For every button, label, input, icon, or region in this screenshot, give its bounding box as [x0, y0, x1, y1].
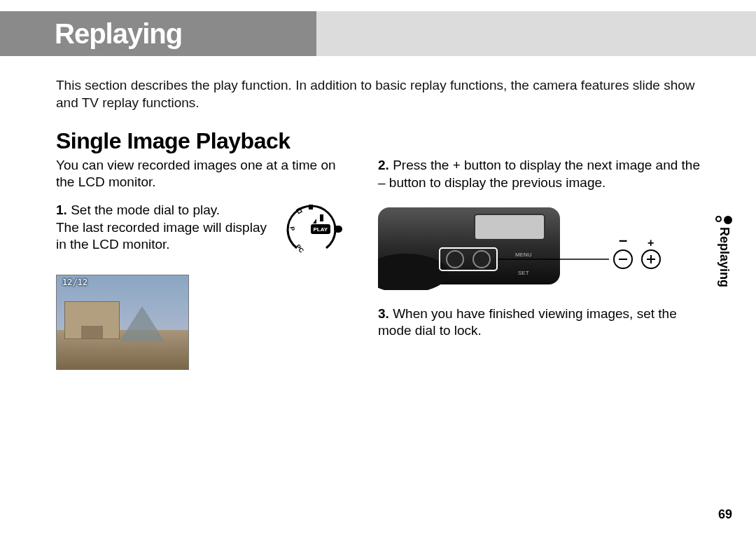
step-1-detail: The last recorded image will display in …	[56, 219, 272, 254]
intro-paragraph: This section describes the play function…	[0, 56, 756, 118]
plus-label: +	[648, 237, 654, 249]
step-1-number: 1.	[56, 202, 67, 217]
lcd-frame-counter: 12/12	[62, 277, 88, 287]
page-chapter-title: Replaying	[55, 18, 182, 50]
svg-point-11	[447, 251, 463, 268]
header-bar: Replaying	[0, 11, 756, 56]
section-sub-intro: You can view recorded images one at a ti…	[56, 157, 343, 191]
step-2: 2. Press the + button to display the nex…	[378, 157, 700, 191]
header-accent: Replaying	[0, 11, 316, 56]
side-tab-dots-icon	[710, 216, 738, 224]
step-1: 1. Set the mode dial to play. The last r…	[56, 202, 272, 254]
svg-text:PC: PC	[294, 243, 305, 254]
svg-rect-5	[320, 214, 323, 221]
page-number: 69	[718, 507, 732, 522]
svg-rect-6	[334, 226, 342, 233]
step-3: 3. When you have finished viewing images…	[378, 305, 700, 340]
step-2-text: Press the + button to display the next i…	[378, 158, 700, 190]
side-tab-label: Replaying	[717, 227, 732, 287]
step-2-number: 2.	[378, 158, 389, 172]
camera-top-illustration: MENU SET – +	[378, 202, 672, 290]
mode-dial-play-label: PLAY	[314, 226, 328, 233]
minus-label: –	[619, 231, 627, 249]
svg-text:MENU: MENU	[515, 252, 532, 258]
mode-dial-icon: PC P PLAY	[280, 202, 343, 258]
section-title: Single Image Playback	[0, 118, 756, 154]
step-3-number: 3.	[378, 306, 389, 321]
lcd-sample-photo: 12/12	[56, 275, 189, 370]
svg-rect-9	[475, 214, 545, 240]
svg-point-12	[473, 251, 490, 268]
step-1-text: Set the mode dial to play.	[71, 202, 220, 217]
svg-text:SET: SET	[518, 270, 529, 276]
step-3-text: When you have finished viewing images, s…	[378, 306, 677, 338]
svg-text:P: P	[288, 226, 296, 231]
svg-rect-0	[309, 205, 313, 209]
side-tab: Replaying	[710, 216, 738, 287]
